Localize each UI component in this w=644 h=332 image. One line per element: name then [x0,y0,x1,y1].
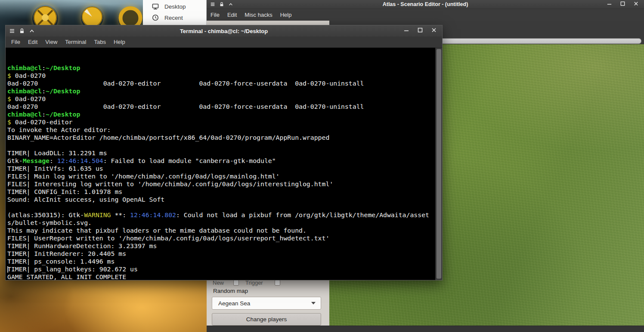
terminal-line: (atlas:350315): Gtk-WARNING **: 12:46:14… [7,211,435,219]
terminal-line: chimba@cl:~/Desktop [7,111,435,118]
checkbox-new[interactable] [233,280,239,286]
minimize-icon [403,27,409,33]
terminal-menu-edit[interactable]: Edit [24,37,41,47]
hamburger-icon [210,2,215,7]
desktop-icon [152,3,159,10]
terminal-line: $ 0ad-0270-editor [7,118,435,126]
window-menu-button[interactable] [9,28,15,34]
maximize-button[interactable] [417,27,423,35]
caret-up-icon [29,28,35,34]
shade-button[interactable] [228,2,233,7]
terminal-menu-tabs[interactable]: Tabs [90,37,109,47]
atlas-titlebar-icons [210,2,233,7]
terminal-line: chimba@cl:~/Desktop [7,87,435,95]
terminal-line: TIMER| CONFIG_Init: 1.01978 ms [7,188,435,196]
lock-icon [19,28,25,34]
close-button[interactable] [431,27,437,35]
terminal-line: TIMER| InitVfs: 61.635 us [7,165,435,172]
terminal-line: TIMER| RunHardwareDetection: 3.23397 ms [7,242,435,250]
terminal-line: chimba@cl:~/Desktop [7,64,435,72]
terminal-menu-file[interactable]: File [7,37,24,47]
atlas-menu-misc-hacks[interactable]: Misc hacks [241,9,276,21]
terminal-window: Terminal - chimba@cl: ~/Desktop FileEdit… [5,25,443,280]
terminal-menubar: FileEditViewTerminalTabsHelp [6,37,442,48]
terminal-line: s/bullet-symbolic.svg. [7,219,435,227]
terminal-menu-view[interactable]: View [41,37,61,47]
map-dropdown[interactable]: Aegean Sea [212,297,321,310]
terminal-line: TIMER| InitRenderer: 20.4405 ms [7,250,435,258]
caret-up-icon [228,2,233,7]
terminal-line: GAME STARTED, ALL INIT COMPLETE [7,273,435,280]
file-panel-item-desktop[interactable]: Desktop [143,1,206,12]
atlas-window-buttons [607,0,639,8]
terminal-cursor [7,266,8,273]
atlas-menubar: FileEditMisc hacksHelp [207,9,644,21]
terminal-window-title: Terminal - chimba@cl: ~/Desktop [6,28,442,34]
new-label: New [213,280,224,286]
terminal-titlebar-icons [9,28,35,34]
maximize-button[interactable] [620,0,625,8]
window-menu-button[interactable] [210,2,215,7]
terminal-line: $ 0ad-0270 [7,72,435,80]
terminal-screen[interactable]: chimba@cl:~/Desktop$ 0ad-02700ad-0270 0a… [6,48,435,280]
file-panel-item-label: Desktop [164,3,186,10]
lock-button[interactable] [19,28,25,34]
lock-button[interactable] [219,2,224,7]
trigger-label: Trigger [245,280,263,286]
terminal-line: To invoke the Actor editor: [7,126,435,134]
terminal-window-buttons [403,27,437,35]
desktop: Atlas - Scenario Editor - (untitled) Fil… [0,0,644,332]
lock-icon [219,2,224,7]
terminal-line [7,203,435,211]
atlas-menu-file[interactable]: File [207,9,223,21]
terminal-line: FILES| UserReport written to '/home/chim… [7,234,435,242]
file-panel-item-label: Recent [164,15,183,21]
terminal-line: FILES| Main log written to '/home/chimba… [7,172,435,180]
terminal-line: FILES| Interesting log written to '/home… [7,180,435,188]
minimize-button[interactable] [403,27,409,35]
terminal-line: TIMER| ps_lang_hotkeys: 902.672 us [7,265,435,273]
terminal-line: $ 0ad-0270 [7,95,435,103]
terminal-line [7,141,435,149]
atlas-menu-edit[interactable]: Edit [223,9,241,21]
terminal-line: 0ad-0270 0ad-0270-editor 0ad-0270-force-… [7,103,435,111]
terminal-line: Sound: AlcInit success, using OpenAL Sof… [7,196,435,203]
file-panel-item-recent[interactable]: Recent [143,12,206,23]
terminal-line: 0ad-0270 0ad-0270-editor 0ad-0270-force-… [7,80,435,87]
terminal-menu-terminal[interactable]: Terminal [61,37,90,47]
atlas-statusbar [207,326,644,332]
terminal-line: BINARY_NAME=ActorEditor /home/chimba/por… [7,134,435,141]
map-dropdown-value: Aegean Sea [218,300,250,307]
terminal-scrollbar [435,48,442,280]
chevron-down-icon [311,302,316,304]
terminal-titlebar: Terminal - chimba@cl: ~/Desktop [6,25,442,37]
random-map-label: Random map [213,288,248,294]
atlas-window-title: Atlas - Scenario Editor - (untitled) [207,1,644,7]
scrollbar-thumb[interactable] [437,49,441,279]
maximize-icon [417,27,423,33]
close-icon [431,27,437,33]
terminal-line: This may indicate that pixbuf loaders or… [7,227,435,234]
hamburger-icon [9,28,15,34]
close-icon [633,1,639,6]
terminal-line: TIMER| LoadDLL: 31.2291 ms [7,149,435,157]
atlas-titlebar: Atlas - Scenario Editor - (untitled) [207,0,644,9]
change-players-button[interactable]: Change players [212,313,321,326]
checkbox-trigger[interactable] [275,280,280,286]
minimize-button[interactable] [607,0,612,8]
maximize-icon [620,1,625,6]
terminal-line: TIMER| ps_console: 1.4496 ms [7,258,435,265]
shade-button[interactable] [29,28,35,34]
terminal-output: chimba@cl:~/Desktop$ 0ad-02700ad-0270 0a… [7,64,435,280]
minimize-icon [607,1,612,6]
atlas-menu-help[interactable]: Help [276,9,296,21]
terminal-menu-help[interactable]: Help [110,37,129,47]
close-button[interactable] [633,0,639,8]
terminal-line: Gtk-Message: 12:46:14.504: Failed to loa… [7,157,435,165]
clock-icon [152,14,159,21]
